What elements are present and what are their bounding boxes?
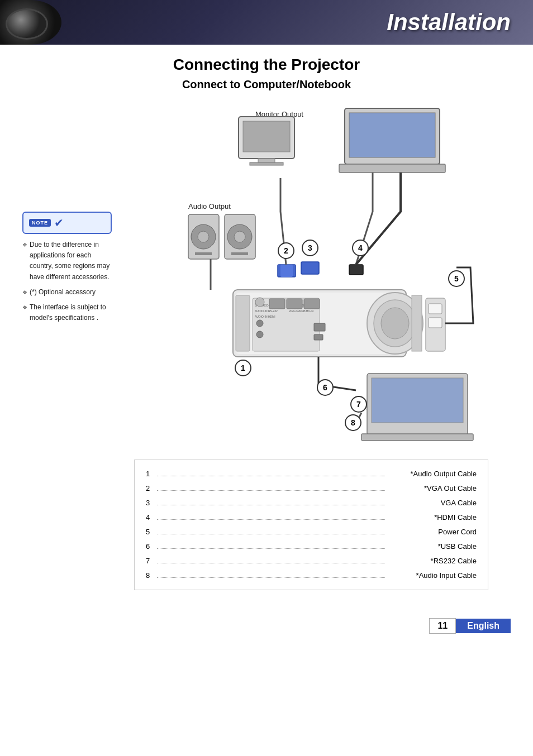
svg-rect-27 — [269, 299, 285, 309]
svg-rect-47 — [361, 434, 473, 441]
page-number: 11 — [429, 618, 456, 634]
footer: 11 English — [0, 613, 533, 639]
header: Installation — [0, 0, 533, 45]
svg-point-32 — [256, 320, 263, 327]
svg-text:8: 8 — [351, 418, 355, 427]
svg-rect-7 — [339, 164, 445, 173]
svg-rect-2 — [243, 121, 290, 152]
svg-text:AUDIO-IN  RS-232: AUDIO-IN RS-232 — [255, 309, 278, 313]
svg-rect-30 — [314, 323, 325, 331]
cable-item-3: 3 VGA Cable — [146, 496, 477, 510]
svg-rect-42 — [280, 265, 293, 277]
svg-text:3: 3 — [308, 243, 312, 252]
svg-rect-28 — [287, 299, 302, 309]
svg-point-33 — [256, 331, 263, 338]
svg-text:2: 2 — [284, 246, 288, 255]
svg-rect-44 — [349, 265, 363, 275]
note-section: Note ✔ Due to the difference in applicat… — [22, 100, 112, 448]
connecting-title: Connecting the Projector — [22, 56, 511, 74]
diagram-area: Monitor Output Audio Output — [123, 100, 511, 448]
svg-point-36 — [381, 308, 409, 339]
diagram-container: Note ✔ Due to the difference in applicat… — [22, 100, 511, 448]
svg-rect-6 — [349, 113, 435, 157]
svg-text:4: 4 — [358, 243, 363, 252]
cable-list: 1 *Audio Output Cable 2 *VGA Out Cable 3… — [134, 460, 488, 590]
svg-point-11 — [198, 231, 209, 242]
section-title: Connect to Computer/Notebook — [22, 78, 511, 91]
page-number-container: 11 English — [429, 618, 511, 634]
svg-rect-46 — [372, 378, 463, 423]
cable-item-2: 2 *VGA Out Cable — [146, 481, 477, 496]
svg-text:5: 5 — [454, 274, 459, 283]
svg-rect-4 — [250, 162, 283, 165]
svg-rect-40 — [429, 318, 442, 328]
svg-text:VGA-IN/RGB/HV-IN: VGA-IN/RGB/HV-IN — [289, 309, 314, 313]
svg-text:AUDIO-IN  HDMI: AUDIO-IN HDMI — [255, 315, 275, 318]
cable-item-5: 5 Power Cord — [146, 525, 477, 539]
cable-item-4: 4 *HDMI Cable — [146, 510, 477, 525]
svg-point-15 — [234, 231, 245, 242]
svg-rect-31 — [314, 334, 323, 340]
svg-rect-37 — [412, 295, 422, 351]
cable-item-8: 8 *Audio Input Cable — [146, 568, 477, 583]
svg-point-26 — [255, 298, 264, 307]
cable-item-7: 7 *RS232 Cable — [146, 554, 477, 568]
svg-text:1: 1 — [241, 363, 245, 372]
svg-text:6: 6 — [323, 383, 327, 392]
cable-item-6: 6 *USB Cable — [146, 539, 477, 554]
page-title: Installation — [387, 9, 511, 36]
note-icon: Note — [29, 219, 51, 227]
svg-rect-16 — [231, 252, 248, 255]
note-item-2: (*) Optional accessory — [22, 287, 112, 298]
svg-rect-12 — [195, 252, 212, 255]
cable-item-1: 1 *Audio Output Cable — [146, 467, 477, 481]
connection-diagram: Monitor Output Audio Output — [123, 100, 511, 446]
lens-decoration — [0, 0, 61, 45]
svg-rect-39 — [429, 304, 442, 314]
note-list: Due to the difference in applications fo… — [22, 240, 112, 323]
note-box: Note ✔ — [22, 212, 112, 234]
language-label: English — [456, 619, 511, 633]
svg-rect-19 — [236, 295, 250, 351]
note-item-1: Due to the difference in applications fo… — [22, 240, 112, 283]
note-checkmark-icon: ✔ — [54, 216, 64, 229]
svg-text:7: 7 — [356, 400, 361, 409]
svg-rect-29 — [304, 299, 320, 309]
svg-rect-43 — [301, 262, 319, 274]
main-content: Connecting the Projector Connect to Comp… — [0, 45, 533, 613]
svg-text:Audio Output: Audio Output — [188, 202, 231, 210]
note-item-3: The interface is subject to model's spec… — [22, 302, 112, 323]
